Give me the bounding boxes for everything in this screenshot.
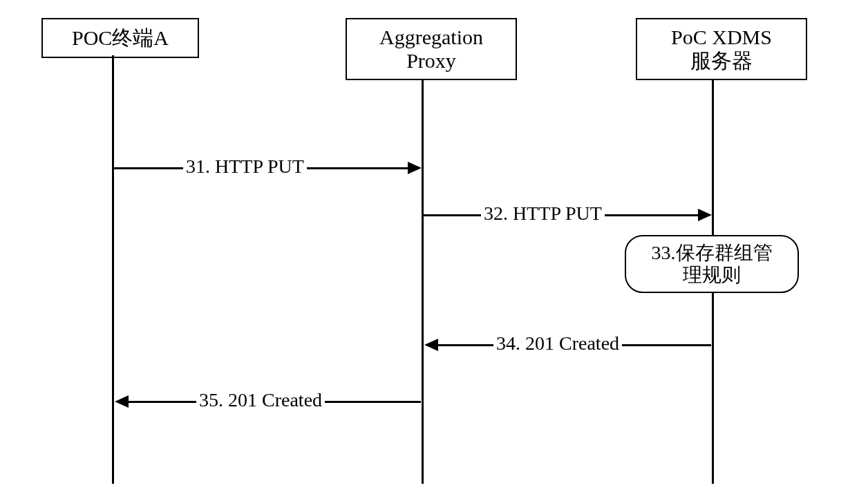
sequence-diagram: POC终端A Aggregation Proxy PoC XDMS 服务器 31… (14, 14, 843, 484)
note-33: 33.保存群组管 理规则 (625, 235, 799, 293)
participant-label-line2: 服务器 (690, 49, 753, 72)
participant-poc-terminal-a: POC终端A (41, 18, 199, 58)
arrowhead-35 (115, 395, 129, 408)
participant-poc-xdms: PoC XDMS 服务器 (636, 18, 807, 80)
note-line2: 理规则 (683, 264, 741, 285)
lifeline-a (112, 55, 114, 484)
participant-label-line1: Aggregation (379, 26, 483, 48)
arrowhead-32 (698, 209, 712, 221)
arrowhead-34 (424, 339, 438, 351)
note-line1: 33.保存群组管 (652, 242, 773, 263)
message-label-35: 35. 201 Created (196, 389, 325, 411)
arrowhead-31 (408, 162, 422, 174)
participant-label-line1: PoC XDMS (671, 26, 772, 48)
participant-label: POC终端A (72, 26, 169, 50)
message-label-34: 34. 201 Created (493, 332, 622, 355)
participant-aggregation-proxy: Aggregation Proxy (346, 18, 517, 80)
participant-label-line2: Proxy (406, 49, 456, 72)
message-label-32: 32. HTTP PUT (481, 203, 605, 225)
lifeline-proxy (422, 79, 424, 484)
message-label-31: 31. HTTP PUT (183, 156, 307, 178)
